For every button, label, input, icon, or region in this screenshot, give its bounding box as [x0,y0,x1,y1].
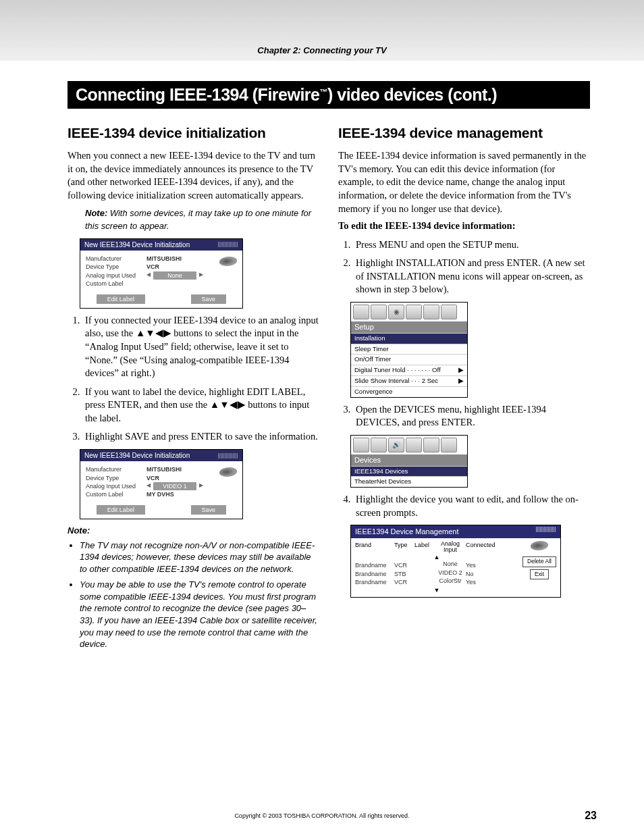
k: Custom Label [86,280,146,288]
v: VCR [146,474,159,482]
hatch-icon [218,242,238,247]
tri-left-icon: ◀ [146,482,151,490]
footer-copyright: Copyright © 2003 TOSHIBA CORPORATION. Al… [0,812,644,819]
right-intro: The IEEE-1394 device information is save… [338,149,590,215]
osd-init-1: New IEEE1394 Device Initialization Manuf… [80,238,243,309]
menu-item[interactable]: On/Off Timer [351,354,467,365]
right-heading: IEEE-1394 device management [338,124,590,142]
left-heading: IEEE-1394 device initialization [68,124,319,142]
save-button[interactable]: Save [191,294,227,304]
table-row[interactable]: BrandnameVCRColorStrYes [355,578,518,586]
note-item: The TV may not recognize non-A/V or non-… [80,540,319,575]
page-number: 23 [585,810,597,822]
pill-value[interactable]: VIDEO 1 [153,482,196,490]
menu-item[interactable]: Sleep Timer [351,344,467,355]
page-title: Connecting IEEE-1394 (Firewire™) video d… [68,81,590,109]
k: Device Type [86,474,146,482]
v: VCR [146,263,159,271]
k: Custom Label [86,490,146,498]
th: Analog Input [436,541,464,553]
scroll-up-icon[interactable]: ▲ [355,553,518,561]
edit-label-button[interactable]: Edit Label [97,294,145,304]
note-lead: Note: [85,208,107,218]
menu-icon [406,305,422,319]
v: MITSUBISHI [146,465,182,473]
k: Analog Input Used [86,482,146,490]
step: Highlight INSTALLATION and press ENTER. … [353,257,590,296]
osd-init-2: New IEEE1394 Device Initialization Manuf… [80,449,243,519]
note2-lead: Note: [68,525,319,537]
right-column: IEEE-1394 device management The IEEE-139… [338,124,590,654]
devices-menu: 🔊 Devices IEEE1394 Devices TheaterNet De… [350,435,468,488]
k: Manufacturer [86,255,146,263]
v: MITSUBISHI [146,255,182,263]
chevron-right-icon: ▶ [458,366,464,375]
left-intro: When you connect a new IEEE-1394 device … [68,149,319,202]
menu-icon: ◉ [388,305,404,319]
step: Open the DEVICES menu, highlight IEEE-13… [353,403,590,429]
note-item: You may be able to use the TV's remote c… [80,579,319,650]
menu-icon [371,438,387,452]
pill-value[interactable]: None [153,271,196,280]
devices-title: Devices [351,454,467,466]
title-tm: ™ [320,87,328,97]
header-band: Chapter 2: Connecting your TV [0,0,644,61]
chevron-right-icon: ▶ [458,377,464,386]
menu-item-ieee1394[interactable]: IEEE1394 Devices [351,466,467,477]
menu-icon [406,438,422,452]
step: Highlight the device you want to edit, a… [353,493,590,519]
left-column: IEEE-1394 device initialization When you… [68,124,319,654]
setup-title: Setup [351,321,467,333]
setup-menu: ◉ Setup Installation Sleep Timer On/Off … [350,302,468,398]
right-steps-c: Highlight the device you want to edit, a… [338,493,590,519]
step: If you want to label the device, highlig… [82,386,319,425]
hatch-icon [218,453,238,459]
mgmt-title: IEEE1394 Device Management [355,527,458,537]
note-body: With some devices, it may take up to one… [85,208,311,232]
delete-all-button[interactable]: Delete All [522,556,556,567]
th: Type [394,541,413,553]
menu-icon [353,305,369,319]
menu-item[interactable]: Convergence [351,386,467,397]
menu-icon: 🔊 [388,438,404,452]
menu-icon [353,438,369,452]
v: MY DVHS [146,490,174,498]
menu-item[interactable]: Slide Show Interval · · · 2 Sec▶ [351,375,467,386]
tri-right-icon: ▶ [199,271,203,279]
th: Connected [466,541,500,553]
right-steps-b: Open the DEVICES menu, highlight IEEE-13… [338,403,590,429]
menu-item-installation[interactable]: Installation [351,333,467,344]
step: Highlight SAVE and press ENTER to save t… [82,430,319,444]
title-part-b: ) video devices (cont.) [327,85,497,104]
osd2-title: New IEEE1394 Device Initialization [84,451,190,461]
mgmt-table: IEEE1394 Device Management Brand Type La… [350,525,561,598]
tri-left-icon: ◀ [146,271,151,279]
menu-item-theaternet[interactable]: TheaterNet Devices [351,476,467,487]
right-steps-a: Press MENU and open the SETUP menu. High… [338,238,590,296]
note2-list: The TV may not recognize non-A/V or non-… [68,540,319,650]
k: Device Type [86,263,146,271]
k: Analog Input Used [86,271,146,280]
exit-button[interactable]: Exit [530,569,549,579]
osd1-title: New IEEE1394 Device Initialization [84,240,190,250]
left-steps: If you connected your IEEE-1394 device t… [68,314,319,444]
table-row[interactable]: BrandnameSTBVIDEO 2No [355,570,518,578]
table-row[interactable]: BrandnameVCRNoneYes [355,561,518,569]
hatch-icon [536,527,556,532]
scroll-down-icon[interactable]: ▼ [355,586,518,594]
menu-icon [423,305,439,319]
menu-icon [423,438,439,452]
step: If you connected your IEEE-1394 device t… [82,314,319,380]
menu-icon [441,305,457,319]
device-icon [529,541,549,550]
save-button[interactable]: Save [191,505,227,515]
th: Brand [355,541,393,553]
menu-icon [371,305,387,319]
edit-label-button[interactable]: Edit Label [97,505,145,515]
k: Manufacturer [86,465,146,473]
title-part-a: Connecting IEEE-1394 (Firewire [76,85,320,104]
menu-item[interactable]: Digital Tuner Hold · · · · · · · Off▶ [351,365,467,375]
tri-right-icon: ▶ [199,482,203,490]
chapter-label: Chapter 2: Connecting your TV [257,45,386,55]
th: Label [414,541,435,553]
